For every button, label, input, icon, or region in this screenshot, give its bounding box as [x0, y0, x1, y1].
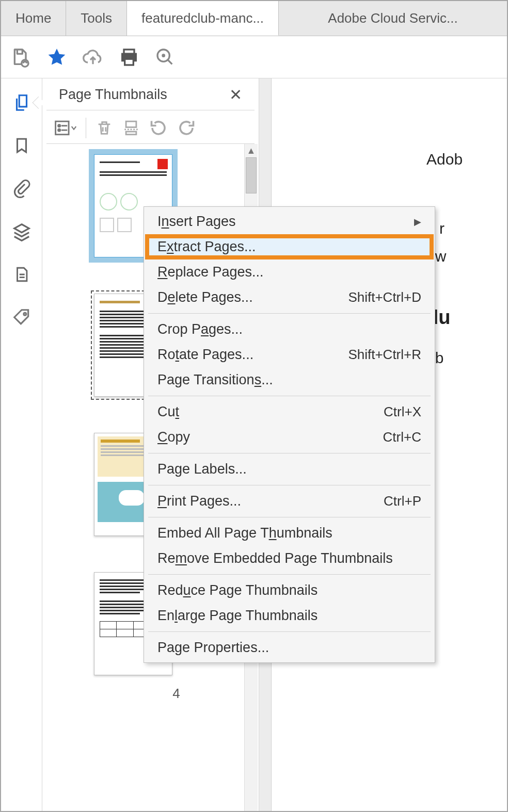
- context-menu: Insert Pages ▶ Extract Pages... Replace …: [144, 206, 435, 663]
- insert-page-icon[interactable]: [122, 119, 140, 137]
- page-number-label: 4: [94, 686, 259, 702]
- document-icon[interactable]: [13, 264, 30, 285]
- menu-shortcut: Ctrl+P: [384, 493, 421, 509]
- scroll-thumb[interactable]: [246, 157, 257, 193]
- menu-replace-pages[interactable]: Replace Pages...: [145, 259, 434, 285]
- menu-reduce-thumbnails[interactable]: Reduce Page Thumbnails: [145, 578, 434, 603]
- menu-separator: [148, 313, 431, 314]
- menu-separator: [148, 517, 431, 517]
- delete-icon[interactable]: [96, 119, 113, 137]
- bookmark-icon[interactable]: [13, 135, 30, 156]
- menu-extract-pages[interactable]: Extract Pages...: [145, 234, 434, 259]
- svg-rect-7: [56, 121, 69, 135]
- page-thumbnails-icon[interactable]: [12, 93, 31, 112]
- navigation-strip: [1, 78, 42, 811]
- rotate-cw-icon[interactable]: [177, 119, 196, 137]
- menu-enlarge-thumbnails[interactable]: Enlarge Page Thumbnails: [145, 603, 434, 628]
- separator: [86, 118, 86, 138]
- pdf-badge-icon: [157, 159, 168, 169]
- doc-text: Adob: [426, 151, 507, 168]
- menu-rotate-pages[interactable]: Rotate Pages... Shift+Ctrl+R: [145, 342, 434, 367]
- menu-print-pages[interactable]: Print Pages... Ctrl+P: [145, 489, 434, 514]
- menu-page-labels[interactable]: Page Labels...: [145, 457, 434, 482]
- attachment-icon[interactable]: [12, 178, 31, 199]
- main-toolbar: [1, 36, 507, 78]
- layers-icon[interactable]: [12, 222, 31, 241]
- panel-close-icon[interactable]: ✕: [229, 86, 242, 104]
- svg-point-8: [58, 125, 60, 127]
- svg-rect-11: [126, 132, 136, 135]
- menu-shortcut: Shift+Ctrl+R: [348, 347, 421, 363]
- menu-shortcut: Ctrl+X: [384, 404, 421, 420]
- search-icon[interactable]: [155, 47, 176, 68]
- menu-page-transitions[interactable]: Page Transitions...: [145, 367, 434, 393]
- star-icon[interactable]: [46, 47, 67, 68]
- tab-bar: Home Tools featuredclub-manc... Adobe Cl…: [1, 1, 507, 36]
- menu-delete-pages[interactable]: Delete Pages... Shift+Ctrl+D: [145, 285, 434, 310]
- svg-point-6: [23, 313, 26, 315]
- tab-tools[interactable]: Tools: [66, 1, 127, 36]
- rotate-ccw-icon[interactable]: [149, 119, 168, 137]
- tab-doc-featuredclub[interactable]: featuredclub-manc...: [127, 1, 279, 36]
- menu-copy[interactable]: Copy Ctrl+C: [145, 425, 434, 450]
- menu-insert-pages[interactable]: Insert Pages ▶: [145, 209, 434, 234]
- menu-crop-pages[interactable]: Crop Pages...: [145, 317, 434, 342]
- save-cloud-icon[interactable]: [10, 47, 31, 68]
- menu-remove-embedded-thumbnails[interactable]: Remove Embedded Page Thumbnails: [145, 546, 434, 571]
- svg-point-5: [163, 55, 164, 56]
- options-menu-icon[interactable]: [54, 119, 76, 137]
- menu-shortcut: Shift+Ctrl+D: [348, 289, 421, 305]
- menu-separator: [148, 574, 431, 575]
- doc-text: ob: [426, 349, 507, 367]
- scroll-up-icon[interactable]: ▲: [245, 144, 258, 157]
- submenu-arrow-icon: ▶: [414, 216, 421, 228]
- doc-text: ow: [426, 248, 507, 265]
- svg-point-9: [58, 129, 60, 131]
- menu-separator: [148, 453, 431, 453]
- print-icon[interactable]: [119, 47, 139, 68]
- menu-page-properties[interactable]: Page Properties...: [145, 635, 434, 660]
- tag-icon[interactable]: [12, 307, 31, 327]
- upload-cloud-icon[interactable]: [83, 47, 103, 68]
- menu-shortcut: Ctrl+C: [383, 429, 421, 445]
- doc-text: h r: [426, 220, 507, 237]
- menu-separator: [148, 485, 431, 485]
- tab-home[interactable]: Home: [1, 1, 66, 36]
- menu-embed-thumbnails[interactable]: Embed All Page Thumbnails: [145, 521, 434, 546]
- panel-toolbar: [46, 112, 255, 144]
- menu-separator: [148, 396, 431, 396]
- panel-title: Page Thumbnails: [59, 87, 167, 103]
- doc-heading: du: [426, 306, 507, 329]
- menu-cut[interactable]: Cut Ctrl+X: [145, 399, 434, 425]
- svg-rect-3: [125, 59, 134, 65]
- menu-separator: [148, 631, 431, 632]
- svg-rect-10: [126, 121, 136, 127]
- tab-doc-adobe-cloud[interactable]: Adobe Cloud Servic...: [279, 1, 507, 36]
